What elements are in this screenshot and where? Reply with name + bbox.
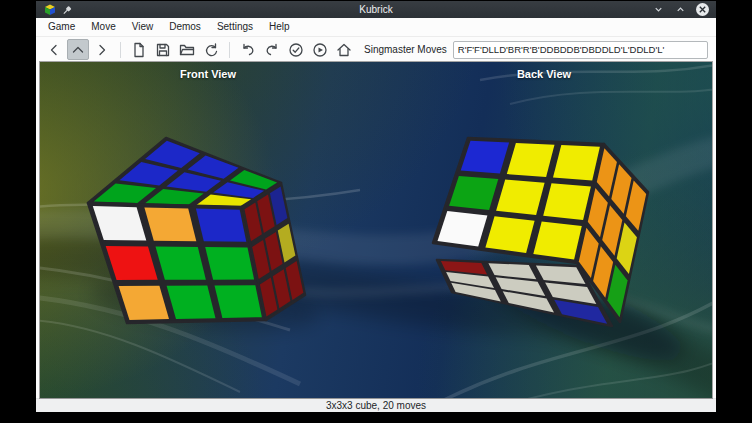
- menu-view[interactable]: View: [124, 18, 162, 36]
- minimize-button[interactable]: [652, 3, 665, 16]
- restart-icon: [203, 42, 219, 58]
- back-view-label: Back View: [376, 68, 712, 80]
- chevron-up-icon: [70, 42, 86, 58]
- new-document-icon: [131, 42, 147, 58]
- toolbar-separator: [120, 42, 121, 58]
- singmaster-input[interactable]: [453, 41, 708, 59]
- undo-button[interactable]: [237, 39, 259, 60]
- minimize-icon: [656, 8, 662, 11]
- toolbar-separator: [229, 42, 230, 58]
- home-icon: [336, 42, 352, 58]
- save-button[interactable]: [152, 39, 174, 60]
- menu-game[interactable]: Game: [40, 18, 83, 36]
- menu-move[interactable]: Move: [83, 18, 123, 36]
- demo-button[interactable]: [309, 39, 331, 60]
- undo-icon: [240, 42, 256, 58]
- toolbar: Singmaster Moves: [36, 37, 716, 62]
- cube-scene: [40, 62, 712, 398]
- close-button[interactable]: [696, 3, 709, 16]
- window-title: Kubrick: [36, 4, 716, 15]
- view-up-button[interactable]: [67, 39, 89, 60]
- view-right-button[interactable]: [91, 39, 113, 60]
- kubrick-app-icon: [44, 4, 56, 16]
- check-circle-icon: [288, 42, 304, 58]
- menu-help[interactable]: Help: [261, 18, 298, 36]
- titlebar[interactable]: Kubrick: [36, 1, 716, 18]
- close-icon: [698, 5, 707, 14]
- maximize-icon: [678, 8, 684, 11]
- save-icon: [155, 42, 171, 58]
- kubrick-window: Kubrick Game Move View Demos Settings He…: [36, 1, 716, 412]
- solve-button[interactable]: [285, 39, 307, 60]
- new-game-button[interactable]: [128, 39, 150, 60]
- play-circle-icon: [312, 42, 328, 58]
- front-view-label: Front View: [40, 68, 376, 80]
- view-left-button[interactable]: [43, 39, 65, 60]
- statusbar: 3x3x3 cube, 20 moves: [36, 398, 716, 412]
- front-view-cube[interactable]: [88, 138, 305, 323]
- game-view[interactable]: Front View Back View: [40, 62, 712, 398]
- open-button[interactable]: [176, 39, 198, 60]
- home-button[interactable]: [333, 39, 355, 60]
- redo-button[interactable]: [261, 39, 283, 60]
- menubar: Game Move View Demos Settings Help: [36, 18, 716, 37]
- singmaster-label: Singmaster Moves: [364, 44, 447, 55]
- chevron-right-icon: [94, 42, 110, 58]
- chevron-left-icon: [46, 42, 62, 58]
- menu-demos[interactable]: Demos: [161, 18, 209, 36]
- status-text: 3x3x3 cube, 20 moves: [326, 400, 426, 411]
- restart-button[interactable]: [200, 39, 222, 60]
- redo-icon: [264, 42, 280, 58]
- menu-settings[interactable]: Settings: [209, 18, 261, 36]
- open-folder-icon: [179, 42, 195, 58]
- central-widget: Front View Back View: [36, 62, 716, 398]
- maximize-button[interactable]: [674, 3, 687, 16]
- pin-icon[interactable]: [62, 4, 73, 15]
